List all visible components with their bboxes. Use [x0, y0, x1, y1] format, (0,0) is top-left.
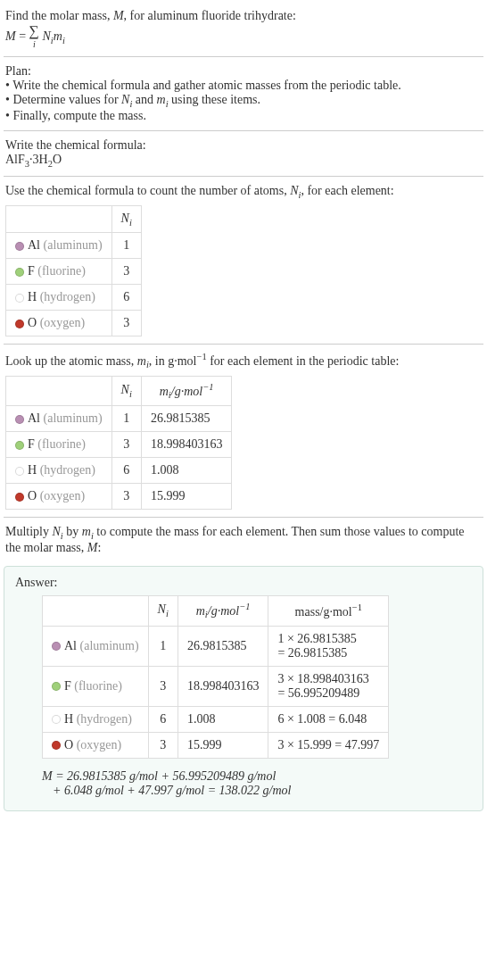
divider	[4, 176, 483, 177]
element-dot-icon	[15, 415, 24, 424]
el-name: (fluorine)	[74, 679, 122, 693]
eq-sigma: ∑ i	[29, 25, 39, 49]
el-cell: H (hydrogen)	[6, 285, 112, 311]
el-sym: H	[28, 463, 37, 477]
formula-title: Write the chemical formula:	[5, 138, 482, 153]
el-cell: Al (aluminum)	[6, 406, 112, 432]
element-dot-icon	[15, 467, 24, 476]
element-dot-icon	[15, 268, 24, 277]
m-cell: 18.998403163	[141, 432, 232, 458]
divider	[4, 130, 483, 131]
el-sym: F	[28, 264, 35, 278]
final-equation: M = 26.9815385 g/mol + 56.995209489 g/mo…	[42, 769, 472, 798]
el-name: (aluminum)	[44, 238, 103, 252]
calc1: 3 × 15.999 = 47.997	[277, 738, 379, 752]
table-row: Al (aluminum)126.9815385	[6, 406, 232, 432]
table-row: F (fluorine)3	[6, 259, 142, 285]
el-sym: Al	[28, 411, 40, 425]
answer-table: Ni mi/g·mol−1 mass/g·mol−1 Al (aluminum)…	[42, 595, 389, 758]
ct-N: N	[290, 184, 298, 197]
intro-section: Find the molar mass, M, for aluminum flu…	[4, 4, 483, 54]
el-cell: H (hydrogen)	[6, 458, 112, 484]
sigma-index: i	[33, 39, 36, 49]
el-sym: O	[64, 738, 73, 752]
table-row: H (hydrogen)6	[6, 285, 142, 311]
mt-m: m	[137, 354, 146, 368]
plan-bullet-3: • Finally, compute the mass.	[5, 109, 482, 123]
el-sym: F	[64, 679, 71, 693]
eq-equals: =	[19, 29, 29, 43]
m-cell: 1.008	[177, 706, 268, 732]
el-cell: F (fluorine)	[6, 259, 112, 285]
el-name: (oxygen)	[40, 316, 86, 329]
table-row: F (fluorine)318.9984031633 × 18.99840316…	[43, 666, 389, 706]
el-name: (hydrogen)	[77, 712, 132, 726]
el-name: (fluorine)	[37, 264, 86, 278]
eq-mi: i	[62, 36, 65, 46]
th-ni-N: N	[121, 212, 129, 225]
th-mi: mi/g·mol−1	[177, 596, 268, 626]
th-ni-i: i	[129, 217, 132, 227]
m-cell: 15.999	[141, 484, 232, 510]
table-row: H (hydrogen)61.0086 × 1.008 = 6.048	[43, 706, 389, 732]
th-mi: mi/g·mol−1	[141, 376, 232, 405]
n-cell: 3	[111, 311, 141, 336]
el-cell: O (oxygen)	[6, 484, 112, 510]
element-dot-icon	[15, 320, 24, 328]
m-cell: 26.9815385	[177, 626, 268, 666]
n-cell: 1	[111, 406, 141, 432]
calc-cell: 3 × 15.999 = 47.997	[268, 732, 389, 758]
plan-mi-m: m	[157, 93, 166, 106]
th-mi-sup: −1	[202, 382, 213, 392]
el-name: (hydrogen)	[40, 290, 95, 303]
eq-M: M	[5, 29, 16, 43]
multiply-section: Multiply Ni by mi to compute the mass fo…	[4, 519, 483, 561]
element-dot-icon	[52, 682, 61, 691]
n-cell: 3	[148, 732, 177, 758]
el-sym: O	[28, 489, 37, 502]
element-dot-icon	[15, 294, 24, 303]
el-cell: Al (aluminum)	[6, 233, 112, 259]
ms-M: M	[87, 541, 98, 554]
divider	[4, 517, 483, 518]
th-mi-m: m	[196, 604, 205, 618]
el-name: (aluminum)	[80, 639, 139, 652]
count-section: Use the chemical formula to count the nu…	[4, 179, 483, 343]
mt-c: for each element in the periodic table:	[207, 354, 400, 368]
th-mi-unit: /g·mol	[208, 604, 239, 618]
n-cell: 6	[148, 706, 177, 732]
plan-bullet-1: • Write the chemical formula and gather …	[5, 79, 482, 93]
el-cell: Al (aluminum)	[43, 626, 149, 666]
cf-p0: AlF	[5, 153, 25, 166]
table-row: O (oxygen)3	[6, 311, 142, 336]
el-cell: F (fluorine)	[6, 432, 112, 458]
cf-p2: ·3H	[29, 153, 48, 166]
count-title: Use the chemical formula to count the nu…	[5, 184, 482, 200]
ms-N: N	[53, 525, 61, 538]
el-name: (oxygen)	[40, 489, 86, 502]
element-dot-icon	[15, 493, 24, 502]
plan-bullet-2: • Determine values for Ni and mi using t…	[5, 93, 482, 109]
el-cell: H (hydrogen)	[43, 706, 149, 732]
n-cell: 1	[111, 233, 141, 259]
element-dot-icon	[52, 741, 61, 750]
count-table: Ni Al (aluminum)1 F (fluorine)3 H (hydro…	[5, 205, 142, 337]
th-ni: Ni	[111, 205, 141, 233]
intro-text1: Find the molar mass,	[5, 9, 113, 22]
table-row: Al (aluminum)126.98153851 × 26.9815385= …	[43, 626, 389, 666]
th-ni-N: N	[158, 602, 166, 616]
divider	[4, 344, 483, 345]
calc-cell: 3 × 18.998403163= 56.995209489	[268, 666, 389, 706]
element-dot-icon	[15, 441, 24, 450]
th-mass: mass/g·mol−1	[268, 596, 389, 626]
m-cell: 1.008	[141, 458, 232, 484]
calc2: = 56.995209489	[277, 686, 359, 700]
plan-section: Plan: • Write the chemical formula and g…	[4, 59, 483, 129]
el-cell: O (oxygen)	[43, 732, 149, 758]
element-dot-icon	[15, 242, 24, 251]
table-row: O (oxygen)315.9993 × 15.999 = 47.997	[43, 732, 389, 758]
el-sym: F	[28, 437, 35, 451]
plan-b2a: • Determine values for	[5, 93, 121, 106]
el-name: (fluorine)	[37, 437, 86, 451]
calc-cell: 1 × 26.9815385= 26.9815385	[268, 626, 389, 666]
